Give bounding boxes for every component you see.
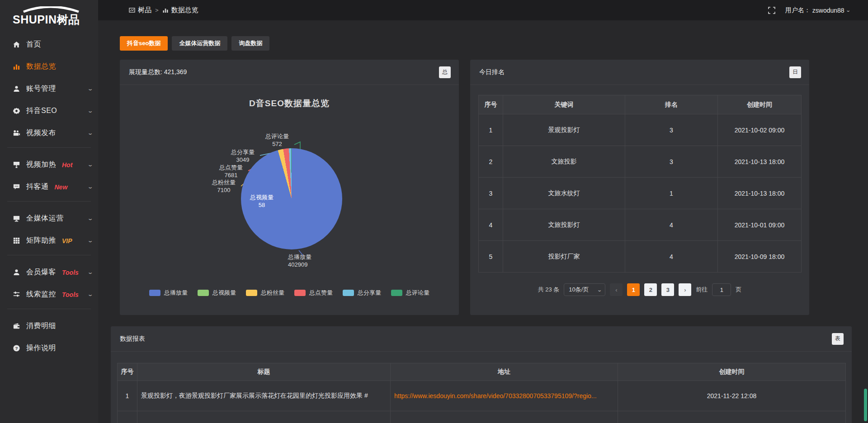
- sidebar-item-home[interactable]: 首页: [0, 33, 98, 56]
- sidebar-item-instructions[interactable]: ? 操作说明: [0, 337, 98, 359]
- sidebar-item-label: 视频加热: [26, 160, 56, 169]
- sidebar-item-label: 视频发布: [26, 128, 56, 138]
- today-card-header: 今日排名 日: [470, 60, 809, 85]
- sidebar: SHUPIN树品 首页 数据总览 账号管理 ⌄: [0, 0, 98, 423]
- sidebar-item-consumption[interactable]: 消费明细: [0, 315, 98, 337]
- cell-created: 2021-10-02 09:00: [718, 114, 802, 146]
- cell-rank: 4: [625, 241, 718, 273]
- cell-rank: 1: [625, 178, 718, 209]
- chevron-down-icon: ⌄: [87, 130, 93, 136]
- legend-swatch: [149, 290, 160, 296]
- table-row[interactable]: 1 景观投影灯，夜游景观投影灯厂家展示展示落花灯在花园里的灯光投影应用效果 # …: [118, 381, 846, 411]
- bar-chart-icon: [162, 7, 169, 14]
- table-row[interactable]: [118, 411, 846, 423]
- legend-item-videos[interactable]: 总视频量: [198, 289, 236, 297]
- heat-board-icon: [13, 161, 20, 169]
- sidebar-item-label: 抖客通: [26, 182, 49, 192]
- tools-badge: Tools: [62, 269, 79, 276]
- sidebar-item-member-burst[interactable]: 会员爆客 Tools ⌄: [0, 261, 98, 283]
- cell-keyword: 景观投影灯: [503, 114, 625, 146]
- video-camera-icon: [13, 129, 20, 137]
- legend-item-fans[interactable]: 总粉丝量: [246, 289, 284, 297]
- pie-label-plays: 总播放量402909: [288, 253, 329, 268]
- username-label: 用户名：: [785, 6, 811, 14]
- day-toggle-button[interactable]: 日: [789, 66, 801, 78]
- table-row[interactable]: 2 文旅投影 3 2021-10-13 18:00: [479, 146, 802, 178]
- cell-rank: 4: [625, 209, 718, 241]
- video-link[interactable]: https://www.iesdouyin.com/share/video/70…: [394, 392, 597, 400]
- username-value: zswodun88: [812, 7, 844, 14]
- pie-label-shares: 总分享量3049: [225, 148, 261, 164]
- scrollbar-thumb[interactable]: [864, 389, 867, 421]
- legend-item-shares[interactable]: 总分享量: [343, 289, 381, 297]
- breadcrumb: 树品 > 数据总览: [129, 6, 198, 14]
- cell-created: 2021-10-13 18:00: [718, 178, 802, 209]
- total-toggle-button[interactable]: 总: [439, 66, 451, 78]
- user-menu[interactable]: 用户名：zswodun88 ⌄: [785, 6, 850, 14]
- col-header-rank: 排名: [625, 95, 718, 114]
- cell-no: 2: [479, 146, 503, 178]
- logo-arc: [24, 7, 79, 12]
- sidebar-item-douyin-seo[interactable]: 抖音SEO ⌄: [0, 100, 98, 122]
- breadcrumb-label: 树品: [138, 6, 151, 14]
- cell-title: [137, 411, 391, 423]
- breadcrumb-separator: >: [155, 7, 159, 14]
- chart-legend: 总播放量 总视频量 总粉丝量 总点赞量 总分享量 总评论量: [120, 289, 459, 297]
- next-page-button[interactable]: ›: [679, 283, 691, 296]
- sidebar-menu: 首页 数据总览 账号管理 ⌄ 抖音SEO ⌄: [0, 33, 98, 359]
- page-button-3[interactable]: 3: [661, 283, 674, 296]
- fullscreen-icon[interactable]: [768, 7, 775, 14]
- legend-item-comments[interactable]: 总评论量: [391, 289, 429, 297]
- cell-url: [391, 411, 618, 423]
- legend-item-plays[interactable]: 总播放量: [149, 289, 188, 297]
- breadcrumb-label: 数据总览: [171, 6, 198, 14]
- sidebar-item-label: 操作说明: [26, 343, 56, 353]
- tab-omnimedia-data[interactable]: 全媒体运营数据: [172, 36, 227, 51]
- hot-badge: Hot: [62, 161, 72, 169]
- report-card-title: 数据报表: [120, 335, 145, 343]
- bar-chart-icon: [13, 63, 20, 70]
- pie-label-comments: 总评论量572: [259, 132, 295, 148]
- legend-item-likes[interactable]: 总点赞量: [294, 289, 333, 297]
- table-row[interactable]: 3 文旅水纹灯 1 2021-10-13 18:00: [479, 178, 802, 209]
- page-button-1[interactable]: 1: [627, 283, 640, 296]
- page-button-2[interactable]: 2: [644, 283, 657, 296]
- jump-page-input[interactable]: [712, 283, 731, 296]
- chevron-down-icon: ⌄: [87, 269, 93, 275]
- sidebar-item-label: 首页: [26, 40, 41, 49]
- prev-page-button[interactable]: ‹: [610, 283, 623, 296]
- sidebar-item-video-heat[interactable]: 视频加热 Hot ⌄: [0, 154, 98, 176]
- col-header-no: 序号: [118, 363, 137, 381]
- sidebar-item-account[interactable]: 账号管理 ⌄: [0, 78, 98, 100]
- svg-text:?: ?: [15, 346, 18, 351]
- cell-no: 4: [479, 209, 503, 241]
- sidebar-item-video-publish[interactable]: 视频发布 ⌄: [0, 122, 98, 144]
- table-row[interactable]: 5 投影灯厂家 4 2021-10-09 18:00: [479, 241, 802, 273]
- pie-label-videos: 总视频量58: [244, 193, 280, 209]
- tab-inquiry-data[interactable]: 询盘数据: [231, 36, 269, 51]
- table-toggle-button[interactable]: 表: [832, 333, 844, 345]
- legend-swatch: [343, 290, 354, 296]
- sidebar-item-lead-monitor[interactable]: 线索监控 Tools ⌄: [0, 283, 98, 306]
- today-card-title: 今日排名: [479, 68, 505, 76]
- sidebar-item-data-overview[interactable]: 数据总览: [0, 56, 98, 78]
- page-size-select[interactable]: 10条/页 ⌄: [564, 283, 605, 296]
- app-logo: SHUPIN树品: [0, 0, 98, 30]
- table-row[interactable]: 1 景观投影灯 3 2021-10-02 09:00: [479, 114, 802, 146]
- legend-swatch: [246, 290, 257, 296]
- tab-douyin-seo-data[interactable]: 抖音seo数据: [120, 36, 168, 51]
- cell-keyword: 文旅投影: [503, 146, 625, 178]
- table-row[interactable]: 4 文旅投影灯 4 2021-10-01 09:00: [479, 209, 802, 241]
- sidebar-item-doukangtong[interactable]: 抖客通 New ⌄: [0, 176, 98, 198]
- sidebar-item-omnimedia[interactable]: 全媒体运营 ⌄: [0, 207, 98, 230]
- page-scrollbar[interactable]: [864, 20, 867, 423]
- grid-icon: [13, 237, 20, 244]
- menu-divider: [7, 309, 91, 309]
- breadcrumb-item-data-overview[interactable]: 数据总览: [162, 6, 198, 14]
- help-circle-icon: ?: [13, 344, 20, 352]
- cell-created: 2021-11-22 12:08: [618, 381, 846, 411]
- sidebar-item-matrix-boost[interactable]: 矩阵助推 VIP ⌄: [0, 230, 98, 252]
- today-ranking-card: 今日排名 日 序号 关键词 排名 创建时间 1 景观投影灯 3 2021-10-…: [470, 60, 809, 315]
- col-header-created: 创建时间: [618, 363, 846, 381]
- breadcrumb-item-shupin[interactable]: 树品: [129, 6, 151, 14]
